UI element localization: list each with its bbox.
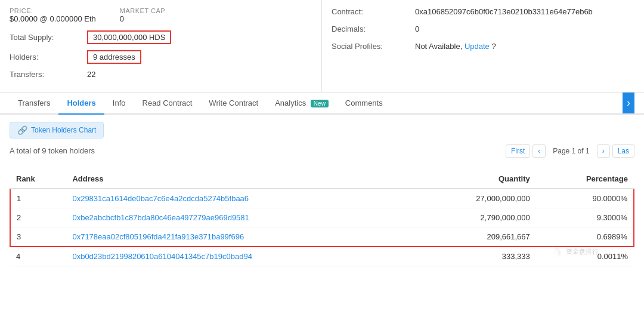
tab-info[interactable]: Info: [104, 93, 134, 115]
market-cap-value: 0: [120, 14, 124, 23]
prev-page-button[interactable]: ‹: [532, 144, 546, 158]
total-supply-label: Total Supply:: [10, 33, 87, 42]
transfers-value: 22: [87, 70, 95, 79]
percentage-cell: 9.3000%: [536, 208, 634, 227]
total-supply-value: 30,000,000,000 HDS: [87, 30, 171, 44]
tabs-bar: Transfers Holders Info Read Contract Wri…: [0, 93, 644, 115]
first-page-button[interactable]: First: [506, 144, 530, 158]
contract-address-link[interactable]: 0xa106852097c6b0f0c713e0210b3311e64e77eb…: [415, 7, 593, 16]
percentage-cell: 0.6989%: [536, 227, 634, 247]
tab-holders[interactable]: Holders: [58, 93, 104, 115]
decimals-value: 0: [415, 24, 419, 33]
market-cap-label: MARKET CAP: [120, 7, 165, 14]
left-info-panel: PRICE: $0.0000 @ 0.000000 Eth MARKET CAP…: [0, 0, 322, 92]
address-cell[interactable]: 0x7178eaa02cf805196fda421fa913e371ba99f6…: [66, 227, 416, 247]
table-row: 4 0xb0d23bd2199820610a6104041345c7b19c0b…: [10, 247, 634, 266]
chart-icon: 🔗: [17, 125, 27, 135]
address-cell[interactable]: 0xbe2abcbcfb1c87bda80c46ea497279ae969d95…: [66, 208, 416, 227]
right-scroll-button[interactable]: ›: [623, 93, 634, 113]
right-info-panel: Contract: 0xa106852097c6b0f0c713e0210b33…: [322, 0, 644, 92]
quantity-cell: 27,000,000,000: [416, 189, 536, 208]
table-row: 1 0x29831ca1614de0bac7c6e4a2cdcda5274b5f…: [10, 189, 634, 208]
holders-value: 9 addresses: [87, 50, 141, 64]
table-row: 2 0xbe2abcbcfb1c87bda80c46ea497279ae969d…: [10, 208, 634, 227]
col-rank: Rank: [10, 170, 66, 189]
update-link[interactable]: Update: [465, 42, 490, 51]
next-page-button[interactable]: ›: [597, 144, 610, 158]
tab-analytics[interactable]: Analytics New: [267, 93, 337, 115]
tab-write-contract[interactable]: Write Contract: [200, 93, 267, 115]
holders-table: Rank Address Quantity Percentage 1 0x298…: [10, 170, 634, 266]
holders-label: Holders:: [10, 53, 87, 61]
tab-transfers[interactable]: Transfers: [10, 93, 58, 115]
col-address: Address: [66, 170, 416, 189]
page-info: Page 1 of 1: [548, 145, 594, 157]
rank-cell: 1: [10, 189, 66, 208]
price-value: $0.0000 @ 0.000000 Eth: [10, 14, 96, 23]
percentage-cell: 90.0000%: [536, 189, 634, 208]
social-profiles-value: Not Available, Update ?: [415, 42, 496, 51]
col-quantity: Quantity: [416, 170, 536, 189]
pagination: First ‹ Page 1 of 1 › Las: [506, 144, 634, 158]
rank-cell: 3: [10, 227, 66, 247]
rank-cell: 2: [10, 208, 66, 227]
holders-count-text: A total of 9 token holders: [10, 146, 95, 155]
col-percentage: Percentage: [536, 170, 634, 189]
tab-comments[interactable]: Comments: [337, 93, 391, 115]
social-profiles-label: Social Profiles:: [332, 42, 415, 51]
contract-label: Contract:: [332, 7, 415, 16]
quantity-cell: 333,333: [416, 247, 536, 266]
tab-read-contract[interactable]: Read Contract: [134, 93, 201, 115]
quantity-cell: 2,790,000,000: [416, 208, 536, 227]
holders-table-wrapper: Rank Address Quantity Percentage 1 0x298…: [10, 170, 634, 266]
rank-cell: 4: [10, 247, 66, 266]
content-area: 🔗 Token Holders Chart A total of 9 token…: [0, 115, 644, 273]
decimals-label: Decimals:: [332, 24, 415, 33]
transfers-label: Transfers:: [10, 70, 87, 79]
table-row: 3 0x7178eaa02cf805196fda421fa913e371ba99…: [10, 227, 634, 247]
address-cell[interactable]: 0x29831ca1614de0bac7c6e4a2cdcda5274b5fba…: [66, 189, 416, 208]
last-page-button[interactable]: Las: [612, 144, 634, 158]
new-badge: New: [311, 100, 329, 107]
price-label: PRICE:: [10, 7, 96, 14]
quantity-cell: 209,661,667: [416, 227, 536, 247]
token-holders-chart-button[interactable]: 🔗 Token Holders Chart: [10, 122, 104, 138]
watermark: 🐧 资金盘排行: [552, 246, 599, 257]
address-cell[interactable]: 0xb0d23bd2199820610a6104041345c7b19c0bad…: [66, 247, 416, 266]
